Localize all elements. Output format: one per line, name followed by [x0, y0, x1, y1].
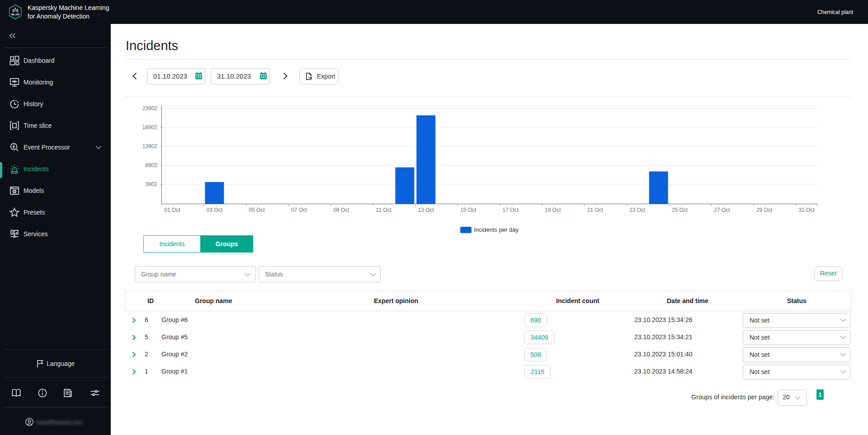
svg-text:27 Oct: 27 Oct — [714, 207, 730, 213]
svg-text:09 Oct: 09 Oct — [333, 207, 349, 213]
svg-text:23 Oct: 23 Oct — [629, 207, 646, 213]
svg-text:11 Oct: 11 Oct — [376, 207, 392, 213]
svg-text:05 Oct: 05 Oct — [249, 207, 265, 213]
svg-text:17 Oct: 17 Oct — [503, 207, 519, 213]
svg-text:15 Oct: 15 Oct — [460, 207, 476, 213]
svg-text:25 Oct: 25 Oct — [672, 207, 688, 213]
svg-text:8902: 8902 — [145, 162, 157, 168]
svg-text:21 Oct: 21 Oct — [587, 207, 604, 213]
svg-text:13 Oct: 13 Oct — [418, 207, 434, 213]
svg-text:18902: 18902 — [142, 124, 158, 131]
svg-text:07 Oct: 07 Oct — [291, 207, 307, 213]
svg-text:Incidents per day: Incidents per day — [474, 226, 519, 233]
svg-text:03 Oct: 03 Oct — [207, 207, 223, 213]
svg-text:13902: 13902 — [142, 143, 158, 150]
svg-text:29 Oct: 29 Oct — [756, 207, 773, 213]
svg-text:23902: 23902 — [142, 105, 158, 112]
svg-text:3902: 3902 — [145, 181, 157, 187]
svg-text:01 Oct: 01 Oct — [164, 207, 180, 213]
svg-text:19 Oct: 19 Oct — [545, 207, 561, 213]
svg-text:31 Oct: 31 Oct — [798, 207, 815, 213]
